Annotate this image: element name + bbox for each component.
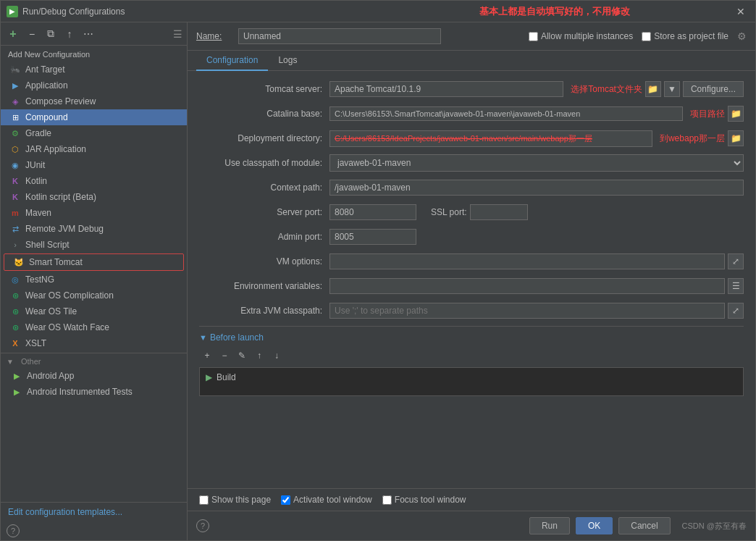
sidebar-item-android-app[interactable]: ▶ Android App <box>1 368 187 384</box>
settings-gear-icon[interactable]: ⚙ <box>737 30 747 42</box>
sidebar-item-maven[interactable]: m Maven <box>1 205 187 221</box>
catalina-base-value: C:\Users\86153\.SmartTomcat\javaweb-01-m… <box>329 106 744 122</box>
tomcat-server-text: Apache Tomcat/10.1.9 <box>329 81 563 97</box>
tomcat-dropdown-button[interactable]: ▼ <box>664 81 680 97</box>
sidebar-item-xslt[interactable]: X XSLT <box>1 335 187 351</box>
vm-options-expand-button[interactable]: ⤢ <box>728 253 744 269</box>
env-vars-value: ☰ <box>329 278 744 294</box>
kotlin-script-icon: K <box>9 191 21 203</box>
sidebar-item-compose-preview[interactable]: ◈ Compose Preview <box>1 93 187 109</box>
sidebar-group-other[interactable]: ▼ Other <box>1 355 187 368</box>
ok-button[interactable]: OK <box>576 517 613 534</box>
extra-jvm-input[interactable] <box>329 303 725 319</box>
sidebar-item-kotlin-script[interactable]: K Kotlin script (Beta) <box>1 189 187 205</box>
sidebar-item-smart-tomcat[interactable]: 🐱 Smart Tomcat <box>4 253 184 271</box>
name-bar: Name: Allow multiple instances Store as … <box>188 22 755 51</box>
vm-options-label: VM options: <box>199 256 329 267</box>
jar-icon: ⬡ <box>9 143 21 155</box>
activate-tool-window-label: Activate tool window <box>293 495 372 505</box>
launch-edit-button[interactable]: ✎ <box>234 348 250 363</box>
ant-target-label: Ant Target <box>25 64 64 75</box>
context-path-input[interactable] <box>329 180 744 196</box>
sidebar-item-wear-os-complication[interactable]: ⊛ Wear OS Complication <box>1 288 187 303</box>
help-button[interactable]: ? <box>7 524 20 537</box>
sidebar-item-ant-target[interactable]: 🐜 Ant Target <box>1 62 187 77</box>
gradle-label: Gradle <box>25 128 51 138</box>
activate-tool-window-checkbox[interactable] <box>281 495 290 505</box>
dialog-title: Run/Debug Configurations <box>22 7 377 17</box>
run-button[interactable]: Run <box>529 517 570 534</box>
maven-label: Maven <box>25 208 51 218</box>
classpath-module-select[interactable]: javaweb-01-maven <box>329 154 744 172</box>
catalina-base-path: C:\Users\86153\.SmartTomcat\javaweb-01-m… <box>329 106 683 121</box>
launch-add-button[interactable]: + <box>199 348 215 363</box>
focus-tool-window-checkbox[interactable] <box>382 495 392 505</box>
launch-item-build[interactable]: ▶ Build <box>203 371 740 384</box>
catalina-folder-button[interactable]: 📁 <box>728 106 744 122</box>
footer-help-button[interactable]: ? <box>196 519 209 532</box>
right-panel: Name: Allow multiple instances Store as … <box>188 22 755 540</box>
sidebar-settings-icon[interactable]: ☰ <box>173 28 182 40</box>
sidebar-item-jar-application[interactable]: ⬡ JAR Application <box>1 141 187 157</box>
allow-multiple-instances-checkbox[interactable] <box>529 32 538 41</box>
android-instrumented-icon: ▶ <box>11 386 22 398</box>
tomcat-folder-button[interactable]: 📁 <box>645 81 661 97</box>
configure-button[interactable]: Configure... <box>683 81 744 97</box>
extra-jvm-expand-button[interactable]: ⤢ <box>728 303 744 319</box>
name-input[interactable] <box>238 28 441 44</box>
sidebar-item-compound[interactable]: ⊞ Compound <box>1 109 187 125</box>
ant-icon: 🐜 <box>9 64 21 75</box>
android-app-label: Android App <box>27 371 74 381</box>
sidebar-item-wear-os-tile[interactable]: ⊛ Wear OS Tile <box>1 303 187 319</box>
store-as-project-file-checkbox[interactable] <box>642 32 651 41</box>
server-port-input[interactable] <box>329 204 416 220</box>
before-launch-title[interactable]: Before launch <box>210 332 264 343</box>
admin-port-input[interactable] <box>329 229 416 245</box>
edit-templates-link[interactable]: Edit configuration templates... <box>8 507 122 517</box>
sidebar-help: ? <box>1 521 187 540</box>
admin-port-row: Admin port: <box>199 227 744 246</box>
cancel-button[interactable]: Cancel <box>618 517 670 534</box>
before-launch-toggle[interactable]: ▼ <box>199 333 207 342</box>
deployment-dir-annotation: 到webapp那一层 <box>660 133 725 145</box>
env-vars-expand-button[interactable]: ☰ <box>728 278 744 294</box>
sidebar-item-junit[interactable]: ◉ JUnit <box>1 157 187 173</box>
android-app-icon: ▶ <box>11 370 22 382</box>
dialog-icon: ▶ <box>7 6 18 17</box>
launch-up-button[interactable]: ↑ <box>251 348 267 363</box>
copy-configuration-button[interactable]: ⧉ <box>43 26 59 42</box>
sidebar-item-shell-script[interactable]: › Shell Script <box>1 237 187 253</box>
ssl-port-input[interactable] <box>470 204 528 220</box>
launch-remove-button[interactable]: − <box>217 348 232 363</box>
vm-options-input[interactable] <box>329 253 725 269</box>
classpath-module-label: Use classpath of module: <box>199 158 329 168</box>
tabs: Configuration Logs <box>188 51 755 71</box>
tab-configuration[interactable]: Configuration <box>196 51 268 71</box>
sidebar-item-testng[interactable]: ◎ TestNG <box>1 272 187 288</box>
compound-icon: ⊞ <box>9 112 21 123</box>
remove-configuration-button[interactable]: − <box>24 26 40 42</box>
name-options: Allow multiple instances Store as projec… <box>529 30 747 42</box>
launch-down-button[interactable]: ↓ <box>269 348 285 363</box>
close-button[interactable]: ✕ <box>732 4 749 19</box>
sidebar-item-kotlin[interactable]: K Kotlin <box>1 173 187 189</box>
tomcat-icon: 🐱 <box>13 256 25 268</box>
sidebar-item-wear-os-watch[interactable]: ⊛ Wear OS Watch Face <box>1 319 187 335</box>
add-configuration-button[interactable]: + <box>5 26 21 42</box>
admin-port-value <box>329 229 744 245</box>
move-configuration-button[interactable]: ↑ <box>62 26 77 42</box>
main-content: + − ⧉ ↑ ⋯ ☰ Add New Configuration 🐜 Ant … <box>1 22 755 540</box>
app-icon: ▶ <box>9 80 21 91</box>
tab-logs[interactable]: Logs <box>268 51 307 71</box>
csdn-watermark: CSDN @苏至有春 <box>682 521 747 532</box>
sidebar-item-gradle[interactable]: ⚙ Gradle <box>1 125 187 141</box>
env-vars-input[interactable] <box>329 278 725 294</box>
wear-tile-icon: ⊛ <box>9 306 21 317</box>
deployment-folder-button[interactable]: 📁 <box>728 130 744 146</box>
more-options-button[interactable]: ⋯ <box>80 26 96 42</box>
sidebar-item-application[interactable]: ▶ Application <box>1 77 187 93</box>
sidebar-item-android-instrumented[interactable]: ▶ Android Instrumented Tests <box>1 384 187 400</box>
sidebar-item-remote-jvm[interactable]: ⇄ Remote JVM Debug <box>1 221 187 237</box>
show-this-page-checkbox[interactable] <box>199 495 209 505</box>
tomcat-server-label: Tomcat server: <box>199 84 329 94</box>
